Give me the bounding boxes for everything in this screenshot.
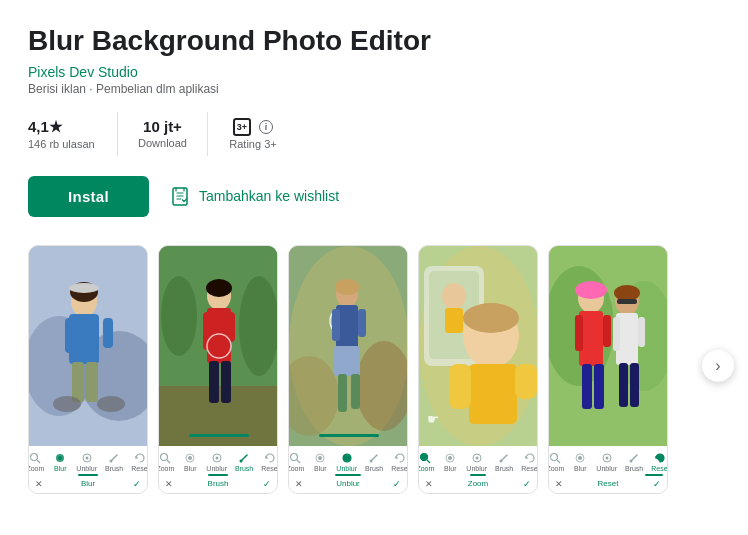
svg-point-99 [551, 453, 558, 460]
downloads-block: 10 jt+ Download [118, 112, 208, 156]
svg-rect-69 [469, 364, 517, 424]
svg-rect-88 [582, 364, 592, 409]
svg-line-75 [427, 460, 430, 463]
screenshot-1[interactable]: Zoom Blur Unblur Brush [28, 245, 148, 494]
screenshots-section: Zoom Blur Unblur Brush [28, 245, 720, 494]
screenshot-image-3 [289, 246, 408, 446]
svg-point-74 [421, 453, 428, 460]
tool-zoom-4: Zoom [418, 452, 434, 472]
screenshot-2[interactable]: Zoom Blur Unblur Brush [158, 245, 278, 494]
tool-brush-3: Brush [365, 452, 383, 472]
svg-rect-51 [338, 374, 347, 412]
svg-rect-52 [351, 374, 360, 409]
svg-point-80 [500, 459, 503, 462]
info-icon[interactable]: i [259, 120, 273, 134]
screenshot-image-1 [29, 246, 148, 446]
content-rating-block: 3+ i Rating 3+ [208, 112, 298, 156]
screenshot-3[interactable]: Zoom Blur Unblur Brush [288, 245, 408, 494]
svg-point-77 [448, 456, 452, 460]
svg-rect-50 [334, 346, 360, 376]
svg-rect-94 [638, 317, 645, 347]
svg-point-72 [463, 303, 519, 333]
content-rating-label: Rating 3+ [229, 138, 276, 150]
downloads-value: 10 jt+ [143, 118, 182, 135]
svg-point-20 [110, 459, 113, 462]
tool-blur-2: Blur [182, 452, 198, 472]
svg-line-100 [557, 460, 560, 463]
tool-reset-1: Reset [131, 452, 148, 472]
svg-point-24 [239, 276, 278, 376]
rating-label: 146 rb ulasan [28, 138, 95, 150]
svg-rect-8 [72, 362, 84, 402]
svg-rect-7 [103, 318, 113, 348]
svg-rect-95 [619, 363, 628, 407]
rating-value: 4,1★ [28, 118, 62, 136]
svg-point-90 [575, 281, 607, 299]
svg-point-58 [318, 456, 322, 460]
tool-unblur-5: Unblur [596, 452, 617, 472]
svg-rect-93 [613, 317, 620, 351]
tool-zoom-3: Zoom [288, 452, 304, 472]
svg-point-39 [215, 456, 218, 459]
tool-unblur-2: Unblur [206, 452, 227, 472]
tool-blur-1: Blur [52, 452, 68, 472]
wishlist-button[interactable]: Tambahkan ke wishlist [169, 185, 339, 207]
screenshot-5[interactable]: Zoom Blur Unblur Brush [548, 245, 668, 494]
screenshot-image-2 [159, 246, 278, 446]
rating-text: 4,1★ [28, 118, 62, 136]
svg-point-13 [69, 283, 99, 293]
svg-point-60 [345, 456, 348, 459]
svg-point-97 [614, 285, 640, 301]
svg-rect-6 [65, 318, 75, 353]
screenshot-4[interactable]: ☛ Zoom Blur [418, 245, 538, 494]
svg-rect-33 [189, 434, 249, 437]
svg-rect-96 [630, 363, 639, 407]
svg-point-66 [442, 283, 466, 309]
svg-point-61 [370, 459, 373, 462]
svg-rect-48 [332, 309, 340, 341]
toolbar-4: Zoom Blur Unblur Brush [419, 446, 537, 493]
svg-rect-54 [319, 434, 379, 437]
svg-rect-29 [209, 361, 219, 403]
svg-line-56 [297, 460, 300, 463]
toolbar-1: Zoom Blur Unblur Brush [29, 446, 147, 493]
content-rating-badge: 3+ [233, 118, 251, 136]
wishlist-label: Tambahkan ke wishlist [199, 188, 339, 204]
screenshot-image-4: ☛ [419, 246, 538, 446]
svg-rect-87 [603, 315, 611, 347]
tool-brush-1: Brush [105, 452, 123, 472]
developer-name[interactable]: Pixels Dev Studio [28, 64, 720, 80]
install-button[interactable]: Instal [28, 176, 149, 217]
svg-rect-9 [86, 362, 98, 402]
svg-point-104 [605, 456, 608, 459]
svg-point-37 [188, 456, 192, 460]
actions-row: Instal Tambahkan ke wishlist [28, 176, 720, 217]
next-arrow[interactable]: › [702, 350, 734, 382]
tool-brush-4: Brush [495, 452, 513, 472]
downloads-label: Download [138, 137, 187, 149]
tool-unblur-1: Unblur [76, 452, 97, 472]
stats-row: 4,1★ 146 rb ulasan 10 jt+ Download 3+ i … [28, 112, 720, 156]
screenshots-row: Zoom Blur Unblur Brush [28, 245, 720, 494]
svg-rect-86 [575, 315, 583, 351]
tool-reset-4: Reset [521, 452, 538, 472]
svg-rect-89 [594, 364, 604, 409]
svg-rect-98 [617, 299, 637, 304]
content-rating-value: 3+ i [233, 118, 273, 136]
tool-blur-5: Blur [572, 452, 588, 472]
toolbar-5: Zoom Blur Unblur Brush [549, 446, 667, 493]
svg-point-102 [578, 456, 582, 460]
toolbar-3: Zoom Blur Unblur Brush [289, 446, 407, 493]
toolbar-2: Zoom Blur Unblur Brush [159, 446, 277, 493]
tool-reset-3: Reset [391, 452, 408, 472]
svg-point-79 [475, 456, 478, 459]
app-title: Blur Background Photo Editor [28, 24, 720, 58]
tool-unblur-3: Unblur [336, 452, 357, 472]
svg-rect-70 [449, 364, 471, 409]
page-container: Blur Background Photo Editor Pixels Dev … [0, 0, 748, 514]
tool-blur-4: Blur [442, 452, 458, 472]
svg-point-34 [161, 453, 168, 460]
tool-blur-3: Blur [312, 452, 328, 472]
tool-zoom-2: Zoom [158, 452, 174, 472]
svg-point-23 [161, 276, 197, 356]
